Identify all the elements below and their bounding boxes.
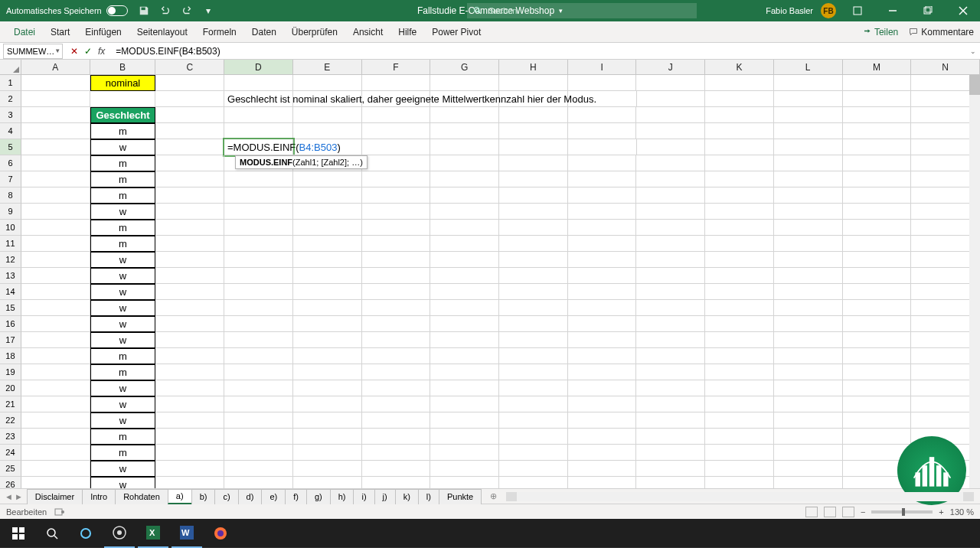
cell-D9[interactable] [224, 204, 293, 220]
cell-D18[interactable] [224, 348, 293, 364]
cell-D26[interactable] [224, 477, 293, 488]
sheet-tab-b[interactable]: b) [191, 489, 216, 504]
cell-D20[interactable] [224, 380, 293, 396]
column-header-I[interactable]: I [568, 60, 637, 74]
cell-B20[interactable]: w [90, 380, 156, 396]
view-normal-icon[interactable] [805, 507, 818, 517]
cell-J21[interactable] [636, 396, 705, 412]
cell-B14[interactable]: w [90, 284, 156, 300]
cell-G9[interactable] [430, 204, 499, 220]
column-header-A[interactable]: A [21, 60, 90, 74]
cell-K25[interactable] [705, 461, 774, 477]
cell-G7[interactable] [430, 171, 499, 187]
horizontal-scrollbar[interactable] [506, 492, 974, 501]
cell-A22[interactable] [21, 412, 90, 429]
cell-A10[interactable] [21, 220, 90, 236]
cell-G15[interactable] [430, 300, 499, 316]
cell-B16[interactable]: w [90, 316, 156, 332]
cell-J16[interactable] [636, 316, 705, 332]
cell-G12[interactable] [430, 252, 499, 268]
taskbar-word-icon[interactable]: W [172, 519, 202, 548]
cell-C26[interactable] [155, 477, 224, 488]
cell-G4[interactable] [430, 123, 499, 139]
column-header-C[interactable]: C [155, 60, 224, 74]
cell-G11[interactable] [430, 236, 499, 252]
cell-A14[interactable] [21, 284, 90, 300]
cell-D4[interactable] [224, 123, 293, 139]
cell-K18[interactable] [705, 348, 774, 364]
cell-K26[interactable] [705, 477, 774, 488]
cell-M14[interactable] [843, 284, 912, 300]
cell-I26[interactable] [568, 477, 637, 488]
cell-L6[interactable] [774, 155, 843, 171]
cell-K14[interactable] [705, 284, 774, 300]
cell-M9[interactable] [843, 204, 912, 220]
cell-I12[interactable] [568, 252, 637, 268]
cell-A26[interactable] [21, 477, 90, 488]
cell-B8[interactable]: m [90, 187, 156, 204]
cell-I14[interactable] [568, 284, 637, 300]
cell-B5[interactable]: w [90, 139, 156, 155]
cell-K8[interactable] [705, 187, 774, 204]
user-name[interactable]: Fabio Basler [766, 6, 813, 15]
row-header-10[interactable]: 10 [0, 220, 21, 236]
row-header-2[interactable]: 2 [0, 91, 21, 107]
cell-L20[interactable] [774, 380, 843, 396]
cell-D17[interactable] [224, 332, 293, 348]
cell-J8[interactable] [636, 187, 705, 204]
redo-icon[interactable] [181, 5, 192, 16]
cell-D19[interactable] [224, 364, 293, 380]
ribbon-tab-datei[interactable]: Datei [6, 21, 43, 43]
cell-M21[interactable] [843, 396, 912, 412]
row-header-18[interactable]: 18 [0, 348, 21, 364]
cell-G25[interactable] [430, 461, 499, 477]
cell-G14[interactable] [430, 284, 499, 300]
cell-J10[interactable] [636, 220, 705, 236]
cell-G24[interactable] [430, 445, 499, 461]
cell-K21[interactable] [705, 396, 774, 412]
confirm-formula-button[interactable]: ✓ [84, 46, 92, 57]
cell-B24[interactable]: m [90, 445, 156, 461]
cell-I13[interactable] [568, 268, 637, 284]
row-header-3[interactable]: 3 [0, 107, 21, 123]
cell-F15[interactable] [362, 300, 431, 316]
zoom-out-button[interactable]: − [861, 507, 865, 517]
cell-A6[interactable] [21, 155, 90, 171]
cell-I3[interactable] [568, 107, 637, 123]
cell-M5[interactable] [843, 139, 912, 155]
cell-K4[interactable] [705, 123, 774, 139]
cell-H4[interactable] [499, 123, 568, 139]
cell-J18[interactable] [636, 348, 705, 364]
cell-H13[interactable] [499, 268, 568, 284]
cell-A9[interactable] [21, 204, 90, 220]
cell-D1[interactable] [224, 75, 293, 91]
cell-H9[interactable] [499, 204, 568, 220]
cell-E24[interactable] [293, 445, 362, 461]
sheet-tab-e[interactable]: e) [261, 489, 286, 504]
cell-K17[interactable] [705, 332, 774, 348]
cell-M4[interactable] [843, 123, 912, 139]
sheet-tab-intro[interactable]: Intro [82, 489, 116, 504]
sheet-tab-l[interactable]: l) [418, 489, 439, 504]
cell-A7[interactable] [21, 171, 90, 187]
cell-L1[interactable] [774, 75, 843, 91]
cell-E21[interactable] [293, 396, 362, 412]
ribbon-tab-einfügen[interactable]: Einfügen [77, 21, 129, 43]
cell-I1[interactable] [568, 75, 637, 91]
fx-icon[interactable]: fx [98, 46, 105, 57]
cell-E13[interactable] [293, 268, 362, 284]
cell-D21[interactable] [224, 396, 293, 412]
row-header-20[interactable]: 20 [0, 380, 21, 396]
cell-H16[interactable] [499, 316, 568, 332]
cell-I8[interactable] [568, 187, 637, 204]
cell-K7[interactable] [705, 171, 774, 187]
cell-E26[interactable] [293, 477, 362, 488]
taskbar-obs-icon[interactable] [104, 519, 135, 548]
cell-F5[interactable] [362, 139, 431, 155]
cell-B9[interactable]: w [90, 204, 156, 220]
cell-D13[interactable] [224, 268, 293, 284]
cell-I25[interactable] [568, 461, 637, 477]
cell-F12[interactable] [362, 252, 431, 268]
cell-H23[interactable] [499, 429, 568, 445]
row-header-4[interactable]: 4 [0, 123, 21, 139]
